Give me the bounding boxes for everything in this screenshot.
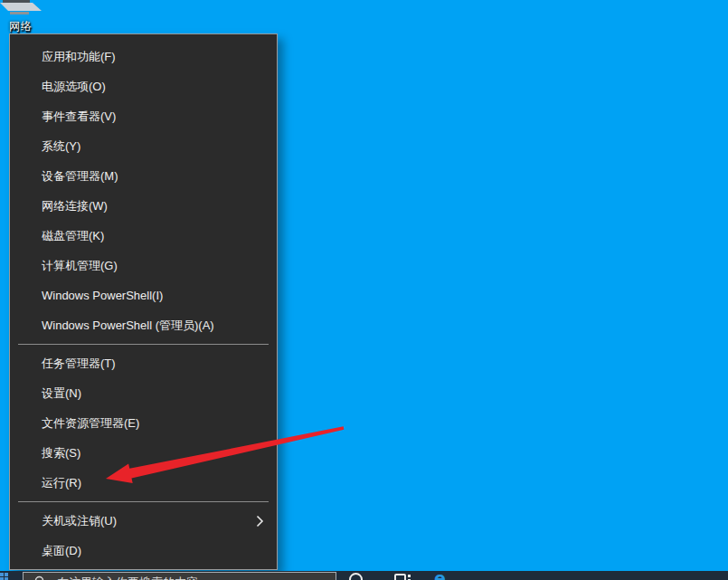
menu-item-settings[interactable]: 设置(N) (10, 378, 277, 408)
desktop-icon-label: 网络 (2, 19, 40, 34)
taskbar: 在这里输入你要搜索的内容 (0, 571, 728, 580)
network-monitor-icon (0, 0, 45, 18)
menu-item-label: 计算机管理(G) (42, 258, 118, 274)
start-icon[interactable] (0, 572, 20, 580)
menu-item-run[interactable]: 运行(R) (10, 468, 277, 498)
menu-item-device-manager[interactable]: 设备管理器(M) (10, 161, 277, 191)
desktop-icon-network[interactable]: 网络 (0, 0, 45, 36)
cortana-icon[interactable] (349, 573, 363, 580)
winx-context-menu: 应用和功能(F) 电源选项(O) 事件查看器(V) 系统(Y) 设备管理器(M)… (9, 33, 278, 570)
menu-item-label: Windows PowerShell (管理员)(A) (42, 318, 214, 334)
menu-item-label: Windows PowerShell(I) (42, 289, 163, 302)
chevron-right-icon (256, 515, 264, 528)
menu-item-desktop[interactable]: 桌面(D) (10, 536, 277, 566)
menu-item-event-viewer[interactable]: 事件查看器(V) (10, 101, 277, 131)
menu-separator (18, 501, 269, 502)
menu-item-label: 系统(Y) (42, 138, 80, 155)
menu-item-shutdown-signout[interactable]: 关机或注销(U) (10, 506, 277, 536)
menu-item-label: 磁盘管理(K) (42, 228, 104, 244)
menu-item-apps-features[interactable]: 应用和功能(F) (10, 42, 277, 71)
menu-item-powershell[interactable]: Windows PowerShell(I) (10, 280, 277, 310)
task-view-dot (408, 575, 411, 577)
menu-item-power-options[interactable]: 电源选项(O) (10, 71, 277, 101)
menu-item-disk-management[interactable]: 磁盘管理(K) (10, 221, 277, 251)
menu-item-label: 事件查看器(V) (42, 109, 116, 125)
menu-separator (18, 344, 269, 345)
menu-item-label: 运行(R) (42, 475, 81, 491)
task-view-rect (394, 574, 406, 580)
menu-item-label: 设备管理器(M) (42, 168, 118, 185)
menu-item-label: 关机或注销(U) (42, 513, 117, 529)
menu-item-label: 桌面(D) (42, 543, 81, 559)
menu-item-task-manager[interactable]: 任务管理器(T) (10, 348, 277, 378)
menu-item-file-explorer[interactable]: 文件资源管理器(E) (10, 408, 277, 438)
menu-item-network-connections[interactable]: 网络连接(W) (10, 191, 277, 221)
menu-item-label: 电源选项(O) (42, 79, 106, 95)
menu-item-label: 设置(N) (42, 385, 81, 402)
menu-item-computer-management[interactable]: 计算机管理(G) (10, 251, 277, 280)
menu-item-label: 网络连接(W) (42, 198, 108, 214)
edge-icon[interactable] (434, 571, 454, 580)
taskbar-search-input[interactable]: 在这里输入你要搜索的内容 (23, 572, 336, 580)
task-view-icon[interactable] (394, 574, 412, 580)
menu-item-search[interactable]: 搜索(S) (10, 438, 277, 468)
menu-item-label: 文件资源管理器(E) (42, 415, 139, 432)
menu-item-label: 任务管理器(T) (42, 356, 116, 372)
menu-item-system[interactable]: 系统(Y) (10, 131, 277, 161)
search-icon (34, 575, 47, 580)
search-placeholder-text: 在这里输入你要搜索的内容 (57, 575, 198, 580)
menu-item-label: 搜索(S) (42, 445, 80, 461)
menu-item-label: 应用和功能(F) (42, 49, 116, 65)
menu-item-powershell-admin[interactable]: Windows PowerShell (管理员)(A) (10, 310, 277, 340)
